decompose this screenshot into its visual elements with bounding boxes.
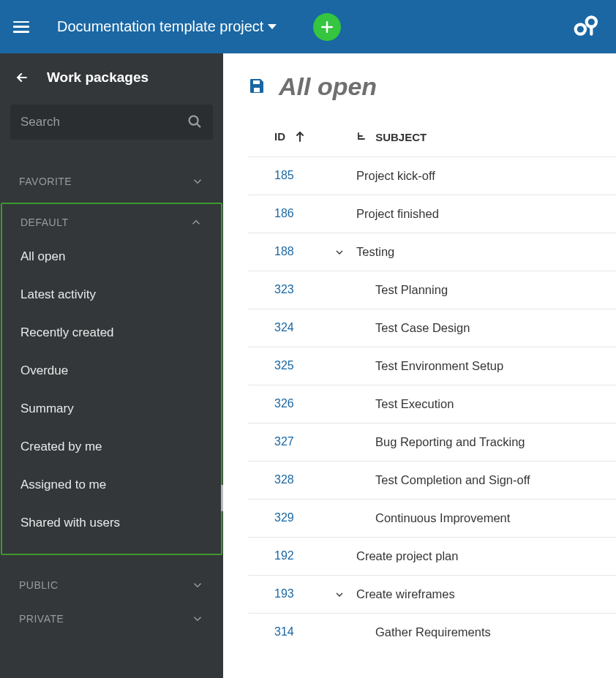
- sort-asc-icon: [296, 131, 304, 145]
- section-favorite[interactable]: FAVORITE: [15, 165, 209, 198]
- work-package-id-link[interactable]: 192: [274, 549, 294, 562]
- query-item[interactable]: Shared with users: [16, 504, 207, 542]
- sidebar-resize-handle[interactable]: [221, 485, 223, 511]
- project-selector[interactable]: Documentation template project: [57, 18, 277, 35]
- column-header-id[interactable]: ID: [248, 121, 328, 157]
- column-header-subject[interactable]: SUBJECT: [350, 121, 616, 157]
- work-package-subject: Test Planning: [356, 283, 448, 297]
- back-arrow-icon[interactable]: [15, 70, 29, 85]
- work-package-id-link[interactable]: 329: [274, 511, 294, 524]
- section-favorite-label: FAVORITE: [19, 176, 72, 187]
- table-row[interactable]: 327Bug Reporting and Tracking: [248, 423, 616, 461]
- query-item[interactable]: Latest activity: [16, 276, 207, 314]
- work-package-id-link[interactable]: 185: [274, 169, 294, 181]
- sidebar-title: Work packages: [47, 69, 149, 86]
- caret-down-icon: [268, 24, 277, 29]
- table-row[interactable]: 325Test Environment Setup: [248, 347, 616, 385]
- table-row[interactable]: 185Project kick-off: [248, 157, 616, 195]
- table-row[interactable]: 193Create wireframes: [248, 575, 616, 613]
- section-public-label: PUBLIC: [19, 579, 59, 591]
- main-content: All open ID: [223, 53, 616, 678]
- chevron-up-icon: [189, 216, 203, 229]
- expand-toggle-icon[interactable]: [333, 246, 346, 259]
- sidebar: Work packages FAVORITE DEFAULT: [0, 53, 223, 678]
- search-input[interactable]: [20, 115, 187, 129]
- query-item[interactable]: Overdue: [16, 352, 207, 390]
- hamburger-menu-icon[interactable]: [13, 21, 29, 33]
- table-row[interactable]: 328Test Completion and Sign-off: [248, 461, 616, 499]
- work-package-subject: Project kick-off: [356, 169, 435, 183]
- app-logo-icon[interactable]: [571, 11, 600, 42]
- table-row[interactable]: 323Test Planning: [248, 271, 616, 309]
- work-package-id-link[interactable]: 324: [274, 321, 294, 334]
- table-row[interactable]: 192Create project plan: [248, 537, 616, 575]
- work-package-id-link[interactable]: 186: [274, 207, 294, 219]
- section-private[interactable]: PRIVATE: [15, 602, 209, 636]
- chevron-down-icon: [191, 579, 204, 592]
- query-item[interactable]: Created by me: [16, 428, 207, 466]
- section-private-label: PRIVATE: [19, 613, 64, 625]
- search-icon[interactable]: [187, 113, 203, 132]
- work-package-subject: Bug Reporting and Tracking: [356, 435, 525, 449]
- plus-icon: [320, 20, 334, 34]
- work-package-subject: Testing: [356, 245, 394, 259]
- chevron-down-icon: [191, 175, 204, 188]
- project-name: Documentation template project: [57, 18, 263, 35]
- query-item[interactable]: All open: [16, 242, 207, 276]
- work-package-id-link[interactable]: 314: [274, 625, 294, 638]
- section-default-label: DEFAULT: [20, 216, 68, 228]
- work-package-id-link[interactable]: 323: [274, 283, 294, 295]
- work-package-id-link[interactable]: 326: [274, 397, 294, 410]
- table-row[interactable]: 326Test Execution: [248, 385, 616, 423]
- table-row[interactable]: 329Continuous Improvement: [248, 499, 616, 537]
- work-package-id-link[interactable]: 188: [274, 245, 294, 257]
- top-bar: Documentation template project: [0, 0, 616, 53]
- section-default[interactable]: DEFAULT: [16, 210, 207, 239]
- work-package-subject: Gather Requirements: [356, 625, 491, 639]
- sidebar-search[interactable]: [10, 105, 213, 140]
- work-package-subject: Create wireframes: [356, 587, 455, 601]
- work-package-subject: Test Completion and Sign-off: [356, 473, 530, 487]
- query-item[interactable]: Recently created: [16, 314, 207, 352]
- work-package-subject: Test Environment Setup: [356, 359, 503, 373]
- section-public[interactable]: PUBLIC: [15, 568, 209, 602]
- add-button[interactable]: [313, 13, 341, 41]
- svg-point-0: [576, 24, 585, 34]
- chevron-down-icon: [191, 612, 204, 625]
- hierarchy-icon: [356, 132, 367, 144]
- work-package-subject: Test Case Design: [356, 321, 470, 335]
- work-package-id-link[interactable]: 327: [274, 435, 294, 448]
- work-package-id-link[interactable]: 193: [274, 587, 294, 600]
- query-item[interactable]: Summary: [16, 390, 207, 428]
- work-package-subject: Create project plan: [356, 549, 458, 563]
- table-row[interactable]: 186Project finished: [248, 195, 616, 233]
- save-icon[interactable]: [248, 77, 266, 97]
- section-default-highlight: DEFAULT All openLatest activityRecently …: [1, 203, 222, 555]
- table-row[interactable]: 324Test Case Design: [248, 309, 616, 347]
- page-title: All open: [279, 72, 377, 101]
- query-item[interactable]: Assigned to me: [16, 466, 207, 504]
- expand-toggle-icon[interactable]: [333, 588, 346, 601]
- work-package-subject: Continuous Improvement: [356, 511, 510, 525]
- work-package-id-link[interactable]: 325: [274, 359, 294, 372]
- table-row[interactable]: 188Testing: [248, 233, 616, 271]
- work-packages-table[interactable]: ID SUBJECT 1: [248, 121, 616, 678]
- svg-rect-3: [257, 81, 258, 83]
- table-row[interactable]: 314Gather Requirements: [248, 613, 616, 651]
- work-package-subject: Project finished: [356, 207, 439, 221]
- work-package-subject: Test Execution: [356, 397, 454, 411]
- work-package-id-link[interactable]: 328: [274, 473, 294, 486]
